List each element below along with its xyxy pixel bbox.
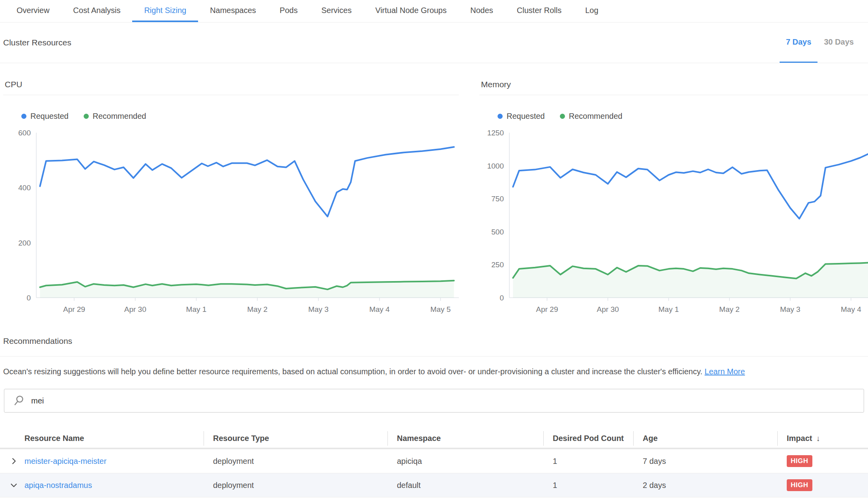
column-header-resource-type[interactable]: Resource Type [204, 429, 387, 448]
svg-text:May 3: May 3 [308, 305, 329, 313]
svg-text:May 3: May 3 [780, 305, 801, 313]
legend-item-recommended[interactable]: Recommended [84, 112, 146, 121]
search-input[interactable] [30, 396, 864, 406]
svg-text:May 1: May 1 [186, 305, 207, 313]
legend-item-requested[interactable]: Requested [498, 112, 545, 121]
svg-text:May 4: May 4 [369, 305, 390, 313]
desired-pod-count-cell: 1 [543, 473, 633, 497]
tab-virtual-node-groups[interactable]: Virtual Node Groups [363, 0, 458, 22]
svg-text:250: 250 [491, 261, 504, 269]
cpu-chart-section: CPU Requested Recommended 0200400600Apr … [3, 63, 459, 317]
recommendations-table: Resource Name Resource Type Namespace De… [0, 429, 868, 497]
recommendations-description-text: Ocean's resizing suggestions will help y… [3, 367, 702, 376]
tab-right-sizing[interactable]: Right Sizing [132, 0, 198, 22]
svg-text:Apr 30: Apr 30 [597, 305, 619, 313]
svg-text:200: 200 [18, 239, 31, 247]
memory-chart-title: Memory [479, 63, 868, 95]
desired-pod-count-cell: 1 [543, 449, 633, 473]
cluster-resources-header: Cluster Resources 7 Days 30 Days [0, 23, 868, 63]
requested-legend-dot-icon [498, 114, 503, 119]
resource-name-link[interactable]: apiqa-nostradamus [24, 481, 92, 490]
learn-more-link[interactable]: Learn More [705, 367, 745, 376]
svg-text:1000: 1000 [487, 162, 504, 170]
svg-text:500: 500 [491, 228, 504, 236]
tab-namespaces[interactable]: Namespaces [198, 0, 268, 22]
recommendations-title: Recommendations [0, 317, 868, 356]
legend-recommended-label: Recommended [569, 112, 623, 121]
search-icon [13, 395, 25, 407]
resource-name-link[interactable]: meister-apiciqa-meister [24, 457, 107, 466]
svg-text:Apr 30: Apr 30 [124, 305, 146, 313]
tab-log[interactable]: Log [573, 0, 610, 22]
resource-type-cell: deployment [204, 449, 387, 473]
resource-search-box [4, 389, 864, 413]
column-header-resource-name[interactable]: Resource Name [0, 429, 204, 448]
impact-high-badge: HIGH [787, 479, 812, 491]
cpu-chart-plot: 0200400600Apr 29Apr 30May 1May 2May 3May… [3, 123, 459, 317]
recommendations-description: Ocean's resizing suggestions will help y… [0, 356, 868, 377]
resource-name-cell: meister-apiciqa-meister [0, 449, 204, 473]
column-header-desired-pod-count[interactable]: Desired Pod Count [543, 429, 633, 448]
svg-text:Apr 29: Apr 29 [63, 305, 85, 313]
svg-text:0: 0 [499, 294, 504, 302]
recommended-legend-dot-icon [560, 114, 565, 119]
age-cell: 7 days [633, 449, 777, 473]
impact-cell: HIGH [777, 473, 868, 497]
svg-text:600: 600 [18, 129, 31, 137]
memory-chart-legend: Requested Recommended [498, 112, 868, 121]
table-header-row: Resource Name Resource Type Namespace De… [0, 429, 868, 449]
legend-requested-label: Requested [507, 112, 545, 121]
table-row[interactable]: apiqa-nostradamus deployment default 1 2… [0, 473, 868, 497]
requested-legend-dot-icon [21, 114, 26, 119]
memory-chart-section: Memory Requested Recommended 02505007501… [479, 63, 868, 317]
namespace-cell: apiciqa [387, 449, 543, 473]
time-range-toggle: 7 Days 30 Days [780, 23, 860, 63]
range-7-days[interactable]: 7 Days [780, 23, 818, 63]
svg-text:May 4: May 4 [841, 305, 861, 313]
svg-text:May 1: May 1 [658, 305, 679, 313]
chevron-right-icon[interactable] [9, 457, 18, 465]
legend-item-recommended[interactable]: Recommended [560, 112, 623, 121]
impact-cell: HIGH [777, 449, 868, 473]
namespace-cell: default [387, 473, 543, 497]
tab-cluster-rolls[interactable]: Cluster Rolls [505, 0, 573, 22]
svg-text:May 2: May 2 [247, 305, 268, 313]
recommended-legend-dot-icon [84, 114, 89, 119]
svg-text:Apr 29: Apr 29 [536, 305, 558, 313]
range-30-days[interactable]: 30 Days [817, 23, 860, 63]
resource-name-cell: apiqa-nostradamus [0, 473, 204, 497]
chevron-down-icon[interactable] [9, 481, 18, 490]
legend-requested-label: Requested [30, 112, 69, 121]
memory-chart-plot: 025050075010001250Apr 29Apr 30May 1May 2… [479, 123, 868, 317]
svg-text:400: 400 [18, 184, 31, 192]
cpu-chart-legend: Requested Recommended [21, 112, 459, 121]
svg-text:0: 0 [26, 294, 31, 302]
column-header-impact[interactable]: Impact ↓ [777, 429, 868, 448]
cpu-chart: 0200400600Apr 29Apr 30May 1May 2May 3May… [3, 123, 459, 317]
svg-text:May 2: May 2 [719, 305, 740, 313]
legend-item-requested[interactable]: Requested [21, 112, 69, 121]
tab-nodes[interactable]: Nodes [458, 0, 505, 22]
column-header-namespace[interactable]: Namespace [387, 429, 543, 448]
svg-text:1250: 1250 [487, 129, 504, 137]
legend-recommended-label: Recommended [93, 112, 146, 121]
tab-pods[interactable]: Pods [268, 0, 310, 22]
svg-text:750: 750 [491, 195, 504, 203]
table-row[interactable]: meister-apiciqa-meister deployment apici… [0, 449, 868, 473]
tab-cost-analysis[interactable]: Cost Analysis [61, 0, 132, 22]
tab-overview[interactable]: Overview [5, 0, 61, 22]
sort-descending-icon[interactable]: ↓ [816, 434, 820, 443]
column-header-age[interactable]: Age [633, 429, 777, 448]
memory-chart: 025050075010001250Apr 29Apr 30May 1May 2… [479, 123, 868, 317]
charts-row: CPU Requested Recommended 0200400600Apr … [0, 63, 868, 317]
cpu-chart-title: CPU [3, 63, 459, 95]
svg-text:May 5: May 5 [430, 305, 451, 313]
cluster-resources-title: Cluster Resources [3, 38, 71, 47]
impact-high-badge: HIGH [787, 455, 812, 467]
age-cell: 2 days [633, 473, 777, 497]
tab-services[interactable]: Services [309, 0, 363, 22]
resource-type-cell: deployment [204, 473, 387, 497]
top-tab-bar: Overview Cost Analysis Right Sizing Name… [0, 0, 868, 23]
